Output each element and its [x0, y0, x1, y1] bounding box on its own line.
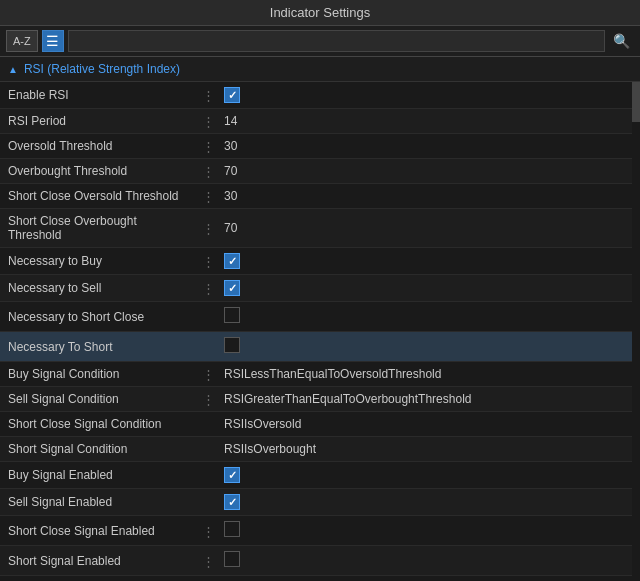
row-label: Short Close Signal Condition [0, 412, 200, 437]
row-dots [200, 332, 216, 362]
row-dots [200, 412, 216, 437]
search-icon[interactable]: 🔍 [609, 31, 634, 51]
row-value: RSIGreaterThanEqualToOverboughtThreshold [216, 387, 640, 412]
table-row: Buy Signal Enabled [0, 462, 640, 489]
section-header[interactable]: ▲ RSI (Relative Strength Index) [0, 57, 640, 82]
az-button[interactable]: A-Z [6, 30, 38, 52]
row-dots[interactable]: ⋮ [200, 159, 216, 184]
row-value: 14 [216, 109, 640, 134]
row-dots[interactable]: ⋮ [200, 209, 216, 248]
row-dots[interactable]: ⋮ [200, 134, 216, 159]
row-label: Overbought Threshold [0, 159, 200, 184]
row-dots[interactable]: ⋮ [200, 184, 216, 209]
row-dots[interactable]: ⋮ [200, 275, 216, 302]
row-dots[interactable]: ⋮ [200, 516, 216, 546]
row-value[interactable] [216, 275, 640, 302]
row-label: Short Signal Condition [0, 437, 200, 462]
row-label: Sell Signal Condition [0, 387, 200, 412]
row-label: Enable RSI [0, 82, 200, 109]
table-row: Oversold Threshold⋮30 [0, 134, 640, 159]
row-value[interactable] [216, 332, 640, 362]
row-value[interactable] [216, 546, 640, 576]
row-value: RSIIsOverbought [216, 437, 640, 462]
row-label: Necessary To Short [0, 332, 200, 362]
section-title: RSI (Relative Strength Index) [24, 62, 180, 76]
row-value[interactable] [216, 82, 640, 109]
row-dots[interactable]: ⋮ [200, 109, 216, 134]
row-label: Necessary to Short Close [0, 302, 200, 332]
row-label: Short Close Signal Enabled [0, 516, 200, 546]
row-label: Buy Signal Enabled [0, 462, 200, 489]
table-row: Short Close Signal Enabled⋮ [0, 516, 640, 546]
row-value: 70 [216, 159, 640, 184]
drag-dots-icon[interactable]: ⋮ [202, 367, 214, 382]
drag-dots-icon[interactable]: ⋮ [202, 254, 214, 269]
table-row: Buy Signal Condition⋮RSILessThanEqualToO… [0, 362, 640, 387]
checkbox-checked[interactable] [224, 280, 240, 296]
checkbox-empty[interactable] [224, 307, 240, 323]
drag-dots-icon[interactable]: ⋮ [202, 189, 214, 204]
toolbar: A-Z ☰ 🔍 [0, 26, 640, 57]
search-spacer [68, 30, 605, 52]
right-scrollbar[interactable] [632, 82, 640, 581]
drag-dots-icon[interactable]: ⋮ [202, 554, 214, 569]
row-value: RSIIsOversold [216, 412, 640, 437]
row-value: 30 [216, 134, 640, 159]
table-row: Short Signal ConditionRSIIsOverbought [0, 437, 640, 462]
table-row: Necessary To Short [0, 332, 640, 362]
table-row: Short Close Overbought Threshold⋮70 [0, 209, 640, 248]
row-dots [200, 489, 216, 516]
row-label: Oversold Threshold [0, 134, 200, 159]
table-row: RSI Period⋮14 [0, 109, 640, 134]
checkbox-empty[interactable] [224, 337, 240, 353]
drag-dots-icon[interactable]: ⋮ [202, 164, 214, 179]
section-chevron: ▲ [8, 64, 18, 75]
drag-dots-icon[interactable]: ⋮ [202, 139, 214, 154]
checkbox-empty[interactable] [224, 521, 240, 537]
checkbox-checked[interactable] [224, 253, 240, 269]
content-wrapper: Enable RSI⋮RSI Period⋮14Oversold Thresho… [0, 82, 640, 581]
checkbox-checked[interactable] [224, 87, 240, 103]
table-row: Short Close Oversold Threshold⋮30 [0, 184, 640, 209]
list-icon-button[interactable]: ☰ [42, 30, 64, 52]
title-bar: Indicator Settings [0, 0, 640, 26]
row-label: RSI Period [0, 109, 200, 134]
table-row: Necessary to Short Close [0, 302, 640, 332]
checkbox-empty[interactable] [224, 551, 240, 567]
row-dots [200, 302, 216, 332]
drag-dots-icon[interactable]: ⋮ [202, 392, 214, 407]
table-row: Sell Signal Condition⋮RSIGreaterThanEqua… [0, 387, 640, 412]
drag-dots-icon[interactable]: ⋮ [202, 221, 214, 236]
row-dots [200, 437, 216, 462]
row-value[interactable] [216, 489, 640, 516]
row-value[interactable] [216, 302, 640, 332]
settings-table: Enable RSI⋮RSI Period⋮14Oversold Thresho… [0, 82, 640, 576]
scrollbar-thumb [632, 82, 640, 122]
table-row: Overbought Threshold⋮70 [0, 159, 640, 184]
checkbox-checked[interactable] [224, 494, 240, 510]
row-value[interactable] [216, 462, 640, 489]
row-label: Buy Signal Condition [0, 362, 200, 387]
row-dots[interactable]: ⋮ [200, 387, 216, 412]
checkbox-checked[interactable] [224, 467, 240, 483]
drag-dots-icon[interactable]: ⋮ [202, 524, 214, 539]
list-icon: ☰ [46, 33, 59, 49]
row-dots[interactable]: ⋮ [200, 362, 216, 387]
drag-dots-icon[interactable]: ⋮ [202, 281, 214, 296]
row-label: Sell Signal Enabled [0, 489, 200, 516]
row-value[interactable] [216, 248, 640, 275]
table-row: Short Signal Enabled⋮ [0, 546, 640, 576]
row-label: Necessary to Buy [0, 248, 200, 275]
row-value[interactable] [216, 516, 640, 546]
row-value: 30 [216, 184, 640, 209]
row-value: RSILessThanEqualToOversoldThreshold [216, 362, 640, 387]
table-row: Sell Signal Enabled [0, 489, 640, 516]
row-dots[interactable]: ⋮ [200, 248, 216, 275]
row-dots[interactable]: ⋮ [200, 546, 216, 576]
drag-dots-icon[interactable]: ⋮ [202, 114, 214, 129]
drag-dots-icon[interactable]: ⋮ [202, 88, 214, 103]
row-dots [200, 462, 216, 489]
row-label: Short Signal Enabled [0, 546, 200, 576]
row-dots[interactable]: ⋮ [200, 82, 216, 109]
window-title: Indicator Settings [270, 5, 370, 20]
